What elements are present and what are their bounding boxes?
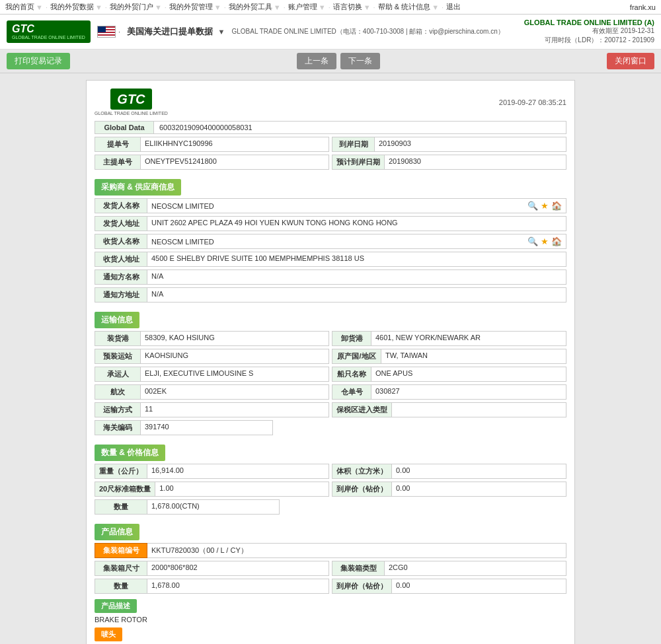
- consignee-addr-value: 4500 E SHELBY DRIVE SUITE 100 MEMPHMEMPH…: [147, 252, 566, 267]
- consignee-home-icon[interactable]: 🏠: [551, 236, 562, 246]
- prev-button-top[interactable]: 上一条: [297, 53, 336, 69]
- nav-management[interactable]: 我的外贸管理: [169, 2, 213, 12]
- customs-code-label: 海关编码: [95, 420, 141, 435]
- container-type-value: 2CG0: [385, 561, 566, 576]
- product-desc-value: BRAKE ROTOR: [95, 614, 566, 626]
- shipper-star-icon[interactable]: ★: [541, 201, 549, 211]
- prod-quantity-value: 1,678.00: [147, 579, 329, 594]
- nav-home[interactable]: 我的首页: [5, 2, 34, 12]
- port-row: 装货港 58309, KAO HSIUNG 卸货港 4601, NEW YORK…: [95, 331, 566, 346]
- master-bill-row: 主提单号 ONEYTPEV51241800 预计到岸日期 20190830: [95, 155, 566, 170]
- quantity-row: 数量 1,678.00(CTN): [95, 499, 566, 515]
- nav-account[interactable]: 账户管理: [288, 2, 317, 12]
- weight-row: 重量（公斤） 16,914.00 体积（立方米） 0.00: [95, 464, 566, 479]
- consignee-addr-row: 收货人地址 4500 E SHELBY DRIVE SUITE 100 MEMP…: [95, 252, 566, 267]
- doc-wrapper: GTC GLOBAL TRADE ONLINE LIMITED 2019-09-…: [86, 80, 575, 644]
- product-section-header: 产品信息: [95, 524, 139, 540]
- next-button-top[interactable]: 下一条: [340, 53, 380, 69]
- pre-ship-value: KAOHSIUNG: [141, 349, 329, 364]
- nav-logout[interactable]: 退出: [446, 2, 461, 12]
- quantity-label: 数量: [95, 499, 147, 515]
- bol-value: 030827: [371, 384, 566, 400]
- container-size-value: 2000*806*802: [147, 561, 329, 576]
- ftz-label: 保税区进入类型: [332, 402, 392, 417]
- bill-no-label: 提单号: [95, 137, 141, 152]
- consignee-addr-label: 收货人地址: [95, 252, 147, 267]
- nav-language[interactable]: 语言切换: [333, 2, 362, 12]
- global-data-row: Global Data 60032019090400000058031: [95, 121, 566, 134]
- notify-addr-value: N/A: [147, 287, 566, 303]
- prod-unit-price-label: 到岸价（钻价）: [332, 579, 392, 594]
- pre-ship-label: 预装运站: [95, 349, 141, 364]
- header-right-info: GLOBAL TRADE ONLINE LIMITED (A) 有效期至 201…: [524, 18, 654, 45]
- quantity-value: 1,678.00(CTN): [147, 499, 280, 515]
- doc-header: GTC GLOBAL TRADE ONLINE LIMITED 2019-09-…: [95, 89, 566, 116]
- volume-value: 0.00: [392, 464, 566, 479]
- container20-value: 1.00: [155, 482, 329, 497]
- shipper-addr-label: 发货人地址: [95, 216, 147, 231]
- close-button-top[interactable]: 关闭窗口: [607, 53, 654, 69]
- consignee-star-icon[interactable]: ★: [541, 236, 549, 246]
- customs-code-value: 391740: [141, 420, 273, 435]
- ftz-value: [392, 402, 566, 417]
- print-button-top[interactable]: 打印贸易记录: [7, 53, 70, 69]
- doc-datetime: 2019-09-27 08:35:21: [499, 98, 566, 106]
- volume-label: 体积（立方米）: [332, 464, 392, 479]
- marks-label: 唛头: [95, 627, 122, 641]
- country-label: 原产国/地区: [332, 349, 381, 364]
- consignee-name-row: 收货人名称 NEOSCM LIMITED 🔍 ★ 🏠: [95, 234, 566, 249]
- shipper-name-label: 发货人名称: [95, 198, 147, 213]
- nav-foreign-portal[interactable]: 我的外贸门户: [110, 2, 153, 12]
- container-no-value: KKTU7820030（00 / L / CY）: [147, 543, 566, 558]
- container-no-row: 集装箱编号 KKTU7820030（00 / L / CY）: [95, 543, 566, 558]
- carrier-value: ELJI, EXECUTIVE LIMOUSINE S: [141, 367, 329, 382]
- product-desc-label: 产品描述: [95, 599, 137, 613]
- transport-section-header: 运输信息: [95, 312, 139, 328]
- nav-help[interactable]: 帮助 & 统计信息: [378, 2, 430, 12]
- shipper-search-icon[interactable]: 🔍: [527, 201, 538, 211]
- arrival-date-value: 20190903: [375, 137, 566, 152]
- voyage-row: 航次 002EK 仓单号 030827: [95, 384, 566, 400]
- consignee-search-icon[interactable]: 🔍: [527, 236, 538, 246]
- nav-trade-data[interactable]: 我的外贸数据: [50, 2, 94, 12]
- vessel-label: 船只名称: [332, 367, 371, 382]
- bol-label: 仓单号: [332, 384, 371, 400]
- dest-port-label: 卸货港: [332, 331, 371, 346]
- doc-logo: GTC GLOBAL TRADE ONLINE LIMITED: [95, 89, 168, 116]
- unit-price-label: 到岸价（钻价）: [332, 482, 392, 497]
- container20-label: 20尺标准箱数量: [95, 482, 155, 497]
- vessel-value: ONE APUS: [371, 367, 566, 382]
- header-bar: GTC GLOBAL TRADE ONLINE LIMITED · 美国海关进口…: [0, 15, 661, 50]
- container-no-label: 集装箱编号: [95, 543, 147, 558]
- voyage-value: 002EK: [141, 384, 329, 400]
- master-bill-value: ONEYTPEV51241800: [141, 155, 329, 170]
- country-value: TW, TAIWAN: [381, 349, 566, 364]
- header-company: GLOBAL TRADE ONLINE LIMITED（电话：400-710-3…: [231, 27, 504, 36]
- shipper-home-icon[interactable]: 🏠: [551, 201, 562, 211]
- transport-type-row: 运输方式 11 保税区进入类型: [95, 402, 566, 417]
- shipper-addr-value: UNIT 2602 APEC PLAZA 49 HOI YUEN KWUN TO…: [147, 216, 566, 231]
- origin-port-value: 58309, KAO HSIUNG: [141, 331, 329, 346]
- weight-label: 重量（公斤）: [95, 464, 147, 479]
- flag-icon: ·: [97, 26, 120, 38]
- buyer-section-header: 采购商 & 供应商信息: [95, 179, 181, 196]
- bill-no-value: ELIIKHHNYC190996: [141, 137, 329, 152]
- nav-tools[interactable]: 我的外贸工具: [229, 2, 272, 12]
- notify-addr-label: 通知方地址: [95, 287, 147, 303]
- consignee-name-value: NEOSCM LIMITED 🔍 ★ 🏠: [147, 234, 566, 249]
- shipper-addr-row: 发货人地址 UNIT 2602 APEC PLAZA 49 HOI YUEN K…: [95, 216, 566, 231]
- prod-quantity-label: 数量: [95, 579, 147, 594]
- global-data-value: 60032019090400000058031: [154, 121, 566, 134]
- weight-value: 16,914.00: [147, 464, 329, 479]
- notify-name-value: N/A: [147, 269, 566, 285]
- container-type-label: 集装箱类型: [332, 561, 385, 576]
- global-data-label: Global Data: [95, 121, 154, 134]
- container-size-label: 集装箱尺寸: [95, 561, 147, 576]
- transport-type-value: 11: [141, 402, 329, 417]
- carrier-row: 承运人 ELJI, EXECUTIVE LIMOUSINE S 船只名称 ONE…: [95, 367, 566, 382]
- shipper-name-value: NEOSCM LIMITED 🔍 ★ 🏠: [147, 198, 566, 213]
- voyage-label: 航次: [95, 384, 141, 400]
- quantity-section-header: 数量 & 价格信息: [95, 445, 165, 461]
- container20-row: 20尺标准箱数量 1.00 到岸价（钻价） 0.00: [95, 482, 566, 497]
- origin-port-label: 装货港: [95, 331, 141, 346]
